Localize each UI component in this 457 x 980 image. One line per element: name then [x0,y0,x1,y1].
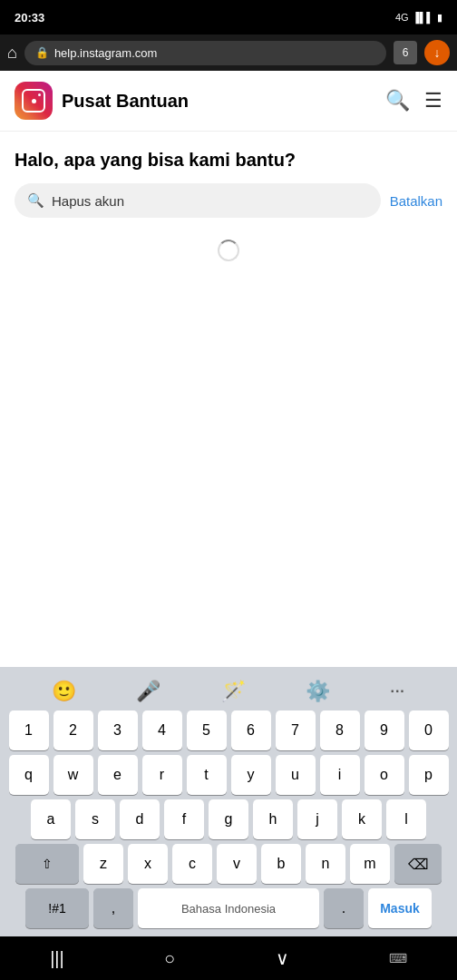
browser-chrome: ⌂ 🔒 help.instagram.com 6 ↓ [0,34,457,71]
special-chars-key[interactable]: !#1 [25,888,89,928]
keyboard[interactable]: 🙂 🎤 🪄 ⚙️ ··· 1 2 3 4 5 6 7 8 9 0 q w e r… [0,667,457,936]
key-t[interactable]: t [187,755,227,795]
asdf-row: a s d f g h j k l [4,799,453,839]
status-bar: 20:33 4G ▐▌▌ ▮ [0,0,457,34]
search-input[interactable] [52,193,368,209]
key-u[interactable]: u [276,755,316,795]
key-5[interactable]: 5 [187,710,227,750]
home-nav-button[interactable]: ○ [164,948,175,969]
notch [214,11,227,24]
key-d[interactable]: d [120,799,160,839]
web-content: Pusat Bantuan 🔍 ☰ Halo, apa yang bisa ka… [0,71,457,667]
qwerty-row: q w e r t y u i o p [4,755,453,795]
shift-key[interactable]: ⇧ [15,844,79,884]
key-l[interactable]: l [386,799,426,839]
battery-icon: ▮ [437,12,442,24]
key-o[interactable]: o [365,755,404,795]
ig-logo-dot [32,99,36,103]
key-9[interactable]: 9 [365,710,404,750]
bottom-nav: ||| ○ ∨ ⌨ [0,936,457,980]
status-icons: 4G ▐▌▌ ▮ [395,12,442,24]
download-button[interactable]: ↓ [424,40,450,65]
backspace-key[interactable]: ⌫ [394,844,442,884]
key-x[interactable]: x [128,844,168,884]
zxcv-row: ⇧ z x c v b n m ⌫ [4,844,453,884]
key-w[interactable]: w [53,755,93,795]
url-text: help.instagram.com [54,46,157,60]
menu-icon[interactable]: ☰ [424,89,442,113]
browser-home-button[interactable]: ⌂ [7,44,17,63]
key-g[interactable]: g [209,799,248,839]
keyboard-more-icon[interactable]: ··· [390,683,404,700]
search-box[interactable]: 🔍 [15,183,381,218]
network-icon: 4G [395,12,409,23]
key-3[interactable]: 3 [98,710,138,750]
address-bar[interactable]: 🔒 help.instagram.com [24,41,386,65]
bottom-row: !#1 , Bahasa Indonesia . Masuk [4,888,453,928]
keyboard-toolbar: 🙂 🎤 🪄 ⚙️ ··· [4,674,453,710]
emoji-icon[interactable]: 🙂 [52,680,76,703]
key-v[interactable]: v [217,844,257,884]
ig-header: Pusat Bantuan 🔍 ☰ [0,71,457,132]
ig-logo-inner [22,89,45,113]
keyboard-nav-button[interactable]: ⌨ [389,951,407,965]
keyboard-settings-icon[interactable]: ⚙️ [306,680,330,703]
ig-header-actions: 🔍 ☰ [385,89,442,113]
loading-spinner [218,240,239,261]
key-z[interactable]: z [83,844,123,884]
key-p[interactable]: p [409,755,449,795]
greeting-text: Halo, apa yang bisa kami bantu? [15,150,442,171]
main-content: Halo, apa yang bisa kami bantu? 🔍 Batalk… [0,132,457,667]
key-7[interactable]: 7 [276,710,316,750]
key-e[interactable]: e [98,755,138,795]
key-4[interactable]: 4 [142,710,182,750]
key-n[interactable]: n [306,844,345,884]
back-nav-button[interactable]: ||| [50,948,64,969]
space-key[interactable]: Bahasa Indonesia [138,888,319,928]
key-y[interactable]: y [231,755,271,795]
key-0[interactable]: 0 [409,710,449,750]
key-8[interactable]: 8 [320,710,360,750]
key-2[interactable]: 2 [53,710,93,750]
key-a[interactable]: a [31,799,71,839]
key-q[interactable]: q [9,755,49,795]
microphone-icon[interactable]: 🎤 [136,680,160,703]
key-i[interactable]: i [320,755,360,795]
ig-logo-corner [38,93,41,96]
search-box-icon: 🔍 [27,192,44,209]
cancel-button[interactable]: Batalkan [390,193,442,209]
lock-icon: 🔒 [35,46,49,59]
sticker-icon[interactable]: 🪄 [221,680,246,703]
tab-count-button[interactable]: 6 [394,41,417,64]
signal-icon: ▐▌▌ [413,12,433,23]
recent-nav-button[interactable]: ∨ [276,947,289,969]
key-1[interactable]: 1 [9,710,49,750]
enter-key[interactable]: Masuk [368,888,432,928]
status-time: 20:33 [15,11,44,24]
key-f[interactable]: f [164,799,204,839]
period-key[interactable]: . [324,888,364,928]
ig-site-title: Pusat Bantuan [62,91,189,112]
key-s[interactable]: s [75,799,115,839]
instagram-logo [15,82,53,120]
search-header-icon[interactable]: 🔍 [385,89,410,113]
key-m[interactable]: m [350,844,390,884]
key-r[interactable]: r [142,755,182,795]
ig-logo-area: Pusat Bantuan [15,82,189,120]
number-row: 1 2 3 4 5 6 7 8 9 0 [4,710,453,750]
key-c[interactable]: c [172,844,212,884]
comma-key[interactable]: , [93,888,133,928]
key-6[interactable]: 6 [231,710,271,750]
key-h[interactable]: h [253,799,293,839]
key-k[interactable]: k [342,799,382,839]
search-row: 🔍 Batalkan [15,183,442,218]
key-j[interactable]: j [297,799,337,839]
loading-area [15,218,442,283]
key-b[interactable]: b [261,844,301,884]
